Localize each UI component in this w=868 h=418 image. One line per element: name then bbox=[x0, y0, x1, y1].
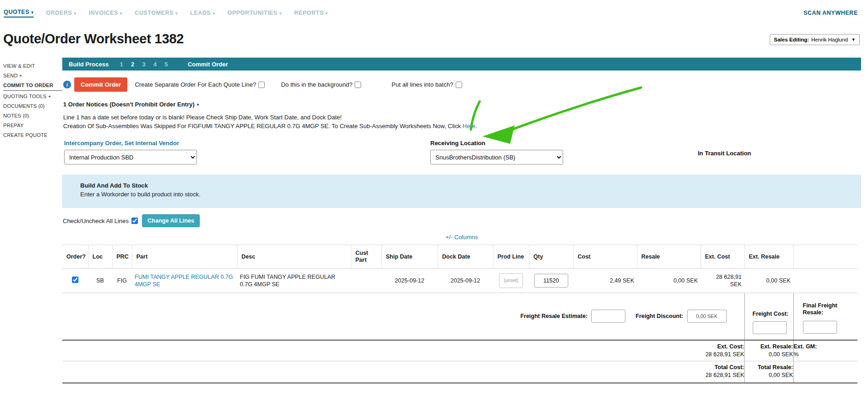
col-loc: Loc bbox=[88, 245, 112, 269]
intercompany-vendor-link[interactable]: Intercompany Order, Set Internal Vendor bbox=[64, 140, 179, 147]
sidebar-item-view-edit[interactable]: VIEW & EDIT bbox=[3, 61, 62, 71]
table-row: SB FIG FUMI TANGY APPLE REGULAR 0.7G 4MG… bbox=[62, 269, 857, 293]
page-title: Quote/Order Worksheet 1382 bbox=[3, 31, 184, 47]
sales-editing-value: Henrik Haglund bbox=[811, 37, 848, 42]
in-transit-location-label: In Transit Location bbox=[698, 150, 751, 157]
quote-order-worksheet-page: QUOTES ▾ ORDERS ▾ INVOICES ▾ CUSTOMERS ▾… bbox=[0, 0, 868, 418]
order-notices-header[interactable]: 1 Order Notices (Doesn't Prohibit Order … bbox=[62, 101, 861, 108]
row-loc: SB bbox=[88, 269, 112, 293]
commit-order-tab[interactable]: Commit Order bbox=[188, 61, 228, 68]
separate-order-checkbox[interactable] bbox=[258, 82, 265, 88]
col-desc: Desc bbox=[237, 245, 351, 269]
table-header-row: Order? Loc PRC Part Desc Cust Part Ship … bbox=[62, 245, 857, 269]
nav-label: OPPORTUNITIES bbox=[227, 10, 278, 16]
build-add-stock-subtitle: Enter a Workorder to build product into … bbox=[80, 191, 861, 198]
col-ship-date: Ship Date bbox=[381, 245, 438, 269]
nav-item-customers[interactable]: CUSTOMERS ▾ bbox=[135, 10, 178, 16]
order-lines-table: Order? Loc PRC Part Desc Cust Part Ship … bbox=[62, 245, 857, 383]
internal-vendor-select[interactable]: Internal Production SBD bbox=[64, 150, 197, 165]
ext-resale-total: Ext. Resale: 0,00 SEK bbox=[744, 340, 793, 361]
freight-discount-input[interactable] bbox=[687, 310, 727, 323]
main-panel: Build Process 1 2 3 4 5 Commit Order i C… bbox=[62, 58, 861, 383]
row-order-checkbox[interactable] bbox=[72, 277, 78, 283]
scan-anywhere-link[interactable]: SCAN ANYWHERE bbox=[803, 10, 858, 16]
nav-item-leads[interactable]: LEADS ▾ bbox=[190, 10, 215, 16]
caret-down-icon: ▾ bbox=[326, 11, 328, 16]
ext-gm-total: Ext. GM: % bbox=[793, 340, 857, 361]
sidebar-item-quoting-tools[interactable]: QUOTING TOOLS + bbox=[3, 92, 62, 101]
totals-blank-cell bbox=[793, 361, 857, 383]
order-notices-title: 1 Order Notices (Doesn't Prohibit Order … bbox=[63, 101, 195, 108]
title-row: Quote/Order Worksheet 1382 Sales Editing… bbox=[0, 26, 868, 47]
sidebar-item-send[interactable]: SEND + bbox=[3, 71, 62, 81]
build-process-bar: Build Process 1 2 3 4 5 Commit Order bbox=[62, 58, 861, 71]
top-navigation: QUOTES ▾ ORDERS ▾ INVOICES ▾ CUSTOMERS ▾… bbox=[0, 0, 868, 26]
ext-cost-total-value: 28 628,91 SEK bbox=[62, 351, 744, 358]
sales-editing-select[interactable]: Sales Editing: Henrik Haglund ▼ bbox=[770, 34, 860, 45]
nav-item-reports[interactable]: REPORTS ▾ bbox=[294, 10, 328, 16]
ext-cost-total-label: Ext. Cost: bbox=[62, 343, 744, 350]
nav-item-invoices[interactable]: INVOICES ▾ bbox=[89, 10, 122, 16]
row-ship-date: 2025-09-12 bbox=[381, 269, 438, 293]
caret-down-icon: ▾ bbox=[31, 10, 34, 15]
nav-item-opportunities[interactable]: OPPORTUNITIES ▾ bbox=[227, 10, 282, 16]
row-ext-resale: 0,00 SEK bbox=[744, 269, 793, 293]
nav-label: QUOTES bbox=[4, 9, 30, 15]
build-step-1[interactable]: 1 bbox=[120, 61, 123, 68]
add-remove-columns-link[interactable]: +/- Columns bbox=[62, 234, 861, 241]
sidebar-item-notes[interactable]: NOTES (0) bbox=[3, 111, 62, 121]
sidebar-item-prepay[interactable]: PREPAY bbox=[3, 121, 62, 130]
nav-item-quotes[interactable]: QUOTES ▾ bbox=[4, 9, 34, 18]
final-freight-resale-input[interactable] bbox=[803, 321, 837, 334]
row-prc: FIG bbox=[112, 269, 132, 293]
part-link[interactable]: FUMI TANGY APPLE REGULAR 0.7G 4MGP SE bbox=[135, 274, 233, 288]
check-all-label: Check/Uncheck All Lines bbox=[63, 218, 129, 224]
sidebar-item-documents[interactable]: DOCUMENTS (0) bbox=[3, 101, 62, 111]
check-all-checkbox[interactable] bbox=[131, 218, 138, 224]
ext-resale-total-value: 0,00 SEK bbox=[745, 351, 793, 358]
batch-label: Put all lines into batch? bbox=[392, 81, 453, 88]
nav-item-orders[interactable]: ORDERS ▾ bbox=[46, 10, 77, 16]
caret-down-icon: ▾ bbox=[213, 11, 215, 16]
col-qty: Qty bbox=[529, 245, 573, 269]
background-label: Do this in the background? bbox=[281, 81, 352, 88]
sidebar-item-commit-to-order[interactable]: COMMIT TO ORDER bbox=[3, 81, 62, 91]
qty-input[interactable] bbox=[534, 274, 568, 288]
ext-gm-value: % bbox=[794, 351, 858, 358]
total-cost-value: 28 628,91 SEK bbox=[62, 372, 744, 378]
total-cost-label: Total Cost: bbox=[62, 364, 744, 371]
col-cost: Cost bbox=[573, 245, 637, 269]
separate-order-option: Create Separate Order For Each Quote Lin… bbox=[135, 81, 265, 88]
col-cust-part: Cust Part bbox=[351, 245, 381, 269]
sidebar-item-create-pquote[interactable]: CREATE PQUOTE bbox=[3, 130, 62, 140]
build-step-2[interactable]: 2 bbox=[131, 61, 134, 68]
content: VIEW & EDIT SEND + COMMIT TO ORDER QUOTI… bbox=[0, 58, 868, 383]
prod-line-unset-button[interactable]: (unset) bbox=[499, 273, 523, 288]
here-link[interactable]: Here bbox=[463, 123, 476, 130]
freight-row: Freight Resale Estimate: Freight Discoun… bbox=[62, 293, 857, 340]
freight-cost-input[interactable] bbox=[753, 321, 787, 334]
build-step-4[interactable]: 4 bbox=[153, 61, 156, 68]
batch-option: Put all lines into batch? bbox=[392, 81, 462, 88]
change-all-lines-button[interactable]: Change All Lines bbox=[142, 214, 200, 227]
col-order: Order? bbox=[62, 245, 88, 269]
build-step-3[interactable]: 3 bbox=[142, 61, 145, 68]
nav-label: ORDERS bbox=[46, 10, 72, 16]
freight-resale-estimate-input[interactable] bbox=[591, 310, 625, 323]
nav-label: INVOICES bbox=[89, 10, 118, 16]
separate-order-label: Create Separate Order For Each Quote Lin… bbox=[135, 81, 256, 88]
caret-down-icon: ▾ bbox=[175, 11, 178, 16]
ext-gm-label: Ext. GM: bbox=[794, 343, 858, 350]
nav-label: REPORTS bbox=[294, 10, 324, 16]
notice-line-2-text: Creation Of Sub-Assemblies Was Skipped F… bbox=[63, 123, 461, 130]
build-step-5[interactable]: 5 bbox=[165, 61, 168, 68]
background-checkbox[interactable] bbox=[355, 82, 361, 88]
ext-resale-total-label: Ext. Resale: bbox=[745, 343, 793, 350]
commit-controls-row: i Commit Order Create Separate Order For… bbox=[62, 77, 861, 92]
info-icon[interactable]: i bbox=[63, 81, 71, 88]
row-ext-cost: 28 628,91 SEK bbox=[701, 269, 744, 293]
receiving-location-select[interactable]: SnusBrothersDistribution (SB) bbox=[430, 150, 563, 165]
batch-checkbox[interactable] bbox=[456, 82, 462, 88]
caret-down-icon: ▾ bbox=[120, 11, 122, 16]
commit-order-button[interactable]: Commit Order bbox=[74, 77, 127, 92]
